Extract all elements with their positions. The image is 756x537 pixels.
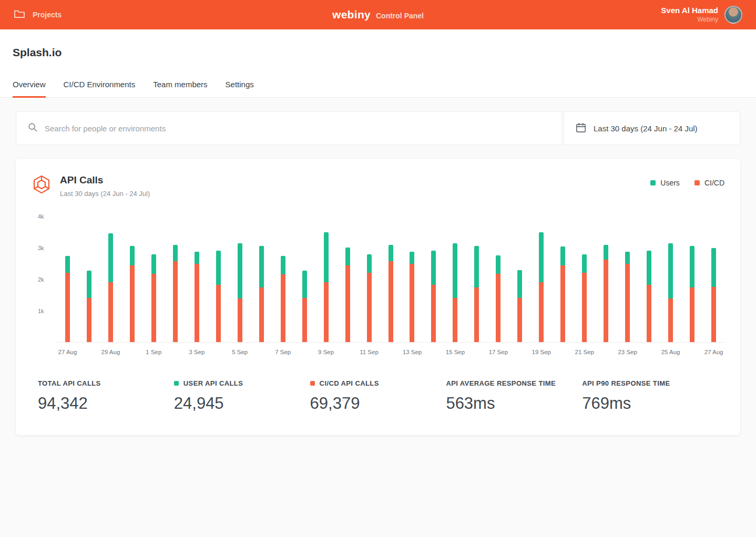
bar-segment-users <box>65 256 70 273</box>
chart-bar <box>315 232 337 342</box>
bar-segment-cicd <box>87 298 91 342</box>
legend-label-cicd: CI/CD <box>704 179 724 187</box>
legend-item-users: Users <box>650 179 680 187</box>
bar-segment-users <box>517 270 522 298</box>
bar-segment-cicd <box>367 273 372 342</box>
chart-bar <box>143 254 165 342</box>
bar-segment-cicd <box>453 298 457 342</box>
bar-segment-cicd <box>65 273 70 342</box>
x-axis-label: 23 Sep <box>617 349 638 355</box>
legend-item-cicd: CI/CD <box>694 179 724 187</box>
x-axis-label <box>337 349 359 355</box>
chart-bar <box>272 256 294 342</box>
bar-segment-users <box>711 248 716 287</box>
x-axis-label: 11 Sep <box>359 349 380 355</box>
avatar[interactable] <box>724 6 742 24</box>
bar-segment-cicd <box>496 274 500 342</box>
x-axis-label <box>251 349 272 355</box>
x-axis-label: 7 Sep <box>272 349 294 355</box>
tab-settings[interactable]: Settings <box>226 75 254 97</box>
chart-subtitle: Last 30 days (24 Jun - 24 Jul) <box>60 190 150 198</box>
chart-bar <box>294 271 315 342</box>
bar-segment-users <box>195 252 199 263</box>
stat-total-api-calls: TOTAL API CALLS 94,342 <box>38 379 174 413</box>
date-range-picker[interactable]: Last 30 days (24 Jun - 24 Jul) <box>564 111 740 145</box>
chart-bar <box>466 246 487 342</box>
bar-segment-cicd <box>324 282 329 342</box>
webiny-logo: webiny <box>332 8 371 21</box>
x-axis-label: 27 Aug <box>703 349 724 355</box>
bar-segment-users <box>302 271 307 298</box>
x-axis-label: 5 Sep <box>229 349 251 355</box>
control-panel-label: Control Panel <box>376 12 424 20</box>
x-axis-label <box>509 349 530 355</box>
tab-overview[interactable]: Overview <box>13 75 46 98</box>
chart-bar <box>229 243 251 342</box>
users-swatch <box>650 180 656 185</box>
bar-segment-cicd <box>647 285 651 342</box>
user-org: Webiny <box>661 16 718 24</box>
stat-label: TOTAL API CALLS <box>38 379 174 387</box>
chart-bar <box>617 252 638 342</box>
chart-bar <box>251 246 272 342</box>
chart-bar <box>423 251 444 342</box>
tab-cicd-environments[interactable]: CI/CD Environments <box>64 75 136 97</box>
chart-legend: Users CI/CD <box>650 174 724 187</box>
bar-segment-cicd <box>130 265 135 342</box>
user-area: Sven Al Hamad Webiny <box>661 5 742 24</box>
tab-bar: Overview CI/CD Environments Team members… <box>13 75 743 97</box>
chart-bar <box>487 255 509 342</box>
bar-segment-cicd <box>302 298 307 342</box>
chart-y-axis: 1k2k3k4k <box>32 216 53 343</box>
stats-row: TOTAL API CALLS 94,342 USER API CALLS 24… <box>32 379 724 413</box>
stat-value: 563ms <box>446 394 582 413</box>
cicd-swatch <box>694 180 700 185</box>
stat-label: USER API CALLS <box>174 379 310 387</box>
bar-segment-cicd <box>238 298 242 342</box>
bar-segment-cicd <box>216 285 221 342</box>
api-calls-card: API Calls Last 30 days (24 Jun - 24 Jul)… <box>16 159 740 435</box>
bar-segment-users <box>259 246 264 287</box>
chart-bar <box>509 270 530 342</box>
projects-nav[interactable]: Projects <box>14 9 62 20</box>
x-axis-label: 25 Aug <box>660 349 681 355</box>
x-axis-label <box>78 349 100 355</box>
bar-segment-users <box>453 243 457 298</box>
bar-segment-users <box>130 246 135 265</box>
x-axis-label <box>552 349 574 355</box>
y-axis-tick: 4k <box>38 213 44 220</box>
chart-plot <box>57 216 724 343</box>
bar-segment-cicd <box>389 261 393 342</box>
calendar-icon <box>576 122 586 135</box>
tab-team-members[interactable]: Team members <box>153 75 207 97</box>
stat-user-api-calls: USER API CALLS 24,945 <box>174 379 310 413</box>
chart-title: API Calls <box>60 174 150 186</box>
chart-bar <box>186 252 208 342</box>
green-dot-icon <box>174 381 179 386</box>
bar-segment-users <box>560 246 565 265</box>
bar-segment-users <box>173 245 178 261</box>
main-content: Last 30 days (24 Jun - 24 Jul) API Calls… <box>0 98 756 449</box>
orange-dot-icon <box>310 381 315 386</box>
x-axis-label: 21 Sep <box>574 349 595 355</box>
chart-bar <box>359 254 380 342</box>
chart-bar <box>100 233 121 342</box>
bar-segment-cicd <box>195 264 199 342</box>
search-box <box>16 111 562 145</box>
bar-segment-cicd <box>474 287 479 342</box>
stat-value: 94,342 <box>38 394 174 413</box>
x-axis-label <box>423 349 444 355</box>
x-axis-label <box>681 349 703 355</box>
bar-segment-users <box>87 271 91 298</box>
chart-bar <box>402 252 423 342</box>
chart-bar <box>78 271 100 342</box>
search-input[interactable] <box>45 124 550 133</box>
bar-segment-users <box>151 254 156 274</box>
stat-value: 769ms <box>582 394 718 413</box>
chart-bar <box>638 251 660 342</box>
search-icon <box>28 122 37 134</box>
bar-segment-cicd <box>108 282 113 342</box>
bar-segment-users <box>668 243 673 298</box>
x-axis-label: 15 Sep <box>444 349 466 355</box>
card-header: API Calls Last 30 days (24 Jun - 24 Jul)… <box>32 174 724 198</box>
